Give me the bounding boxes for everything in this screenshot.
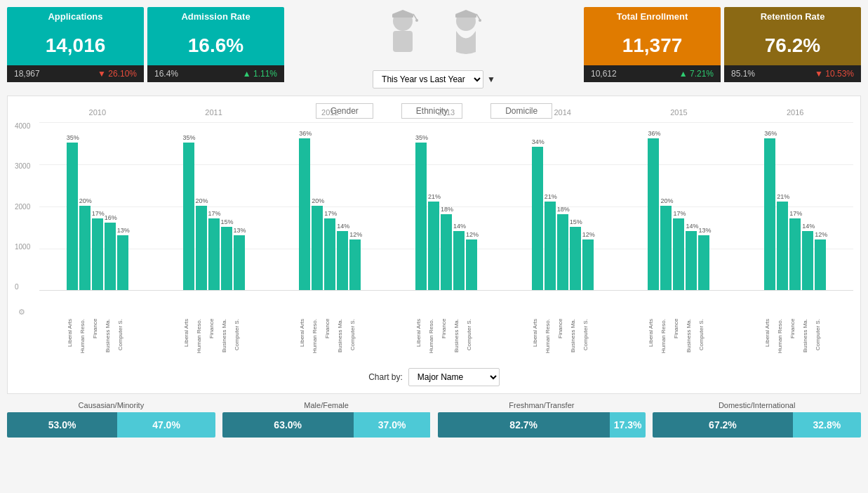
y-label-1000: 1000 [15, 243, 37, 251]
stat-gender-seg2: 37.0% [354, 412, 431, 438]
stat-domestic-title: Domestic/International [653, 401, 861, 409]
bar-rect-2016-0 [764, 138, 775, 290]
x-label-3-1: Human Reso. [428, 319, 439, 362]
svg-line-9 [476, 14, 480, 20]
bar-rect-2015-1 [660, 206, 672, 290]
bar-2010-2: 17% [92, 210, 103, 290]
dropdown-arrow-icon: ▼ [487, 74, 495, 84]
x-label-0-0: Liberal Arts [67, 319, 78, 362]
x-label-0-1: Human Reso. [79, 319, 91, 362]
kpi-retention-header: Retention Rate [724, 7, 861, 26]
x-label-5-1: Human Reso. [660, 319, 672, 362]
stat-domestic-seg2: 32.8% [793, 412, 861, 438]
chart-by-select[interactable]: Major Name Department College [408, 368, 500, 386]
year-group-2012: 201236%20%17%14%12% [272, 122, 388, 291]
bar-rect-2014-4 [582, 239, 594, 290]
bar-rect-2011-3 [221, 227, 232, 290]
x-label-1-4: Computer S. [234, 319, 245, 362]
bar-2013-4: 12% [466, 231, 477, 290]
year-group-2014: 201434%21%18%15%12% [505, 122, 621, 291]
bar-rect-2016-2 [789, 218, 801, 290]
x-label-4-0: Liberal Arts [532, 319, 543, 362]
kpi-applications-prev: 18,967 [14, 69, 40, 79]
bar-pct-2016-1: 21% [777, 193, 788, 200]
bar-pct-2014-1: 21% [545, 193, 556, 200]
stat-domestic: Domestic/International 67.2% 32.8% [653, 401, 861, 438]
bar-pct-2010-4: 13% [117, 227, 128, 234]
bar-pct-2013-2: 18% [441, 206, 452, 213]
bar-pct-2012-4: 12% [349, 231, 361, 238]
bar-2010-3: 16% [105, 214, 116, 290]
bar-2016-0: 36% [764, 130, 775, 290]
kpi-applications-header: Applications [7, 7, 144, 26]
x-labels-row: Liberal ArtsHuman Reso.FinanceBusiness M… [15, 319, 853, 364]
chart-by-row: Chart by: Major Name Department College [15, 368, 853, 386]
y-label-4000: 4000 [15, 122, 37, 130]
svg-rect-1 [393, 31, 413, 52]
kpi-admission-prev: 16.4% [154, 69, 178, 79]
bar-pct-2015-0: 36% [648, 130, 659, 137]
bar-2010-1: 20% [79, 197, 91, 290]
x-label-6-1: Human Reso. [777, 319, 788, 362]
stat-caucasian-seg2: 47.0% [117, 412, 215, 438]
y-label-3000: 3000 [15, 162, 37, 170]
kpi-enrollment-header: Total Enrollment [584, 7, 721, 26]
stat-caucasian-title: Causasian/Minority [7, 401, 215, 409]
x-label-0-2: Finance [92, 319, 103, 362]
compare-dropdown[interactable]: This Year vs Last Year 2 Years Compariso… [373, 70, 483, 88]
bar-2015-2: 17% [673, 210, 684, 290]
x-label-2-4: Computer S. [349, 319, 361, 362]
bar-rect-2015-2 [673, 218, 684, 290]
year-label-2014: 2014 [505, 108, 621, 117]
x-label-5-3: Business Ma. [686, 319, 697, 362]
x-label-3-4: Computer S. [466, 319, 477, 362]
stat-domestic-track: 67.2% 32.8% [653, 412, 861, 438]
stat-caucasian-seg1: 53.0% [7, 412, 117, 438]
stat-caucasian: Causasian/Minority 53.0% 47.0% [7, 401, 215, 438]
year-group-2011: 201135%20%17%15%13% [156, 122, 272, 291]
compare-dropdown-container[interactable]: This Year vs Last Year 2 Years Compariso… [373, 70, 495, 88]
bar-2013-1: 21% [428, 193, 439, 290]
bar-2012-3: 14% [337, 223, 348, 290]
bar-rect-2016-4 [815, 239, 826, 290]
bar-2014-4: 12% [582, 231, 594, 290]
bar-pct-2014-4: 12% [582, 231, 594, 238]
bar-2012-0: 36% [299, 130, 310, 290]
bar-pct-2016-3: 14% [802, 223, 813, 230]
bar-pct-2011-0: 35% [183, 134, 194, 141]
bar-rect-2014-2 [557, 214, 568, 290]
bar-2011-1: 20% [196, 197, 207, 290]
svg-line-4 [413, 14, 417, 20]
x-label-4-3: Business Ma. [570, 319, 581, 362]
bar-rect-2015-4 [698, 235, 709, 290]
stat-gender: Male/Female 63.0% 37.0% [222, 401, 431, 438]
x-label-0-4: Computer S. [117, 319, 128, 362]
svg-rect-7 [455, 14, 476, 18]
x-label-3-3: Business Ma. [453, 319, 465, 362]
kpi-applications-change: ▼ 26.10% [98, 69, 137, 79]
year-group-2013: 201335%21%18%14%12% [388, 122, 505, 291]
bar-rect-2013-1 [428, 202, 439, 290]
bar-2014-2: 18% [557, 206, 568, 290]
kpi-admission-change: ▲ 1.11% [243, 69, 277, 79]
bar-rect-2011-0 [183, 143, 194, 290]
bar-2014-0: 34% [532, 138, 543, 290]
bar-rect-2010-3 [105, 223, 116, 290]
stat-gender-seg1: 63.0% [222, 412, 354, 438]
bar-2013-0: 35% [415, 134, 427, 290]
bar-2012-1: 20% [312, 197, 323, 290]
bar-2013-3: 14% [453, 223, 465, 290]
chart-section: Gender Ethnicity Domicile 4000 3000 2000… [7, 96, 861, 394]
bar-pct-2013-3: 14% [453, 223, 465, 230]
male-graduate-icon [378, 7, 427, 63]
bar-2015-4: 13% [698, 227, 709, 290]
graduation-icons [378, 7, 490, 63]
kpi-enrollment-prev: 10,612 [591, 69, 617, 79]
bar-pct-2010-0: 35% [67, 134, 78, 141]
bar-2010-0: 35% [67, 134, 78, 290]
bar-pct-2014-2: 18% [557, 206, 568, 213]
kpi-admission-footer: 16.4% ▲ 1.11% [147, 65, 284, 82]
x-label-4-2: Finance [557, 319, 568, 362]
year-label-2011: 2011 [156, 108, 272, 117]
x-label-2-1: Human Reso. [312, 319, 323, 362]
